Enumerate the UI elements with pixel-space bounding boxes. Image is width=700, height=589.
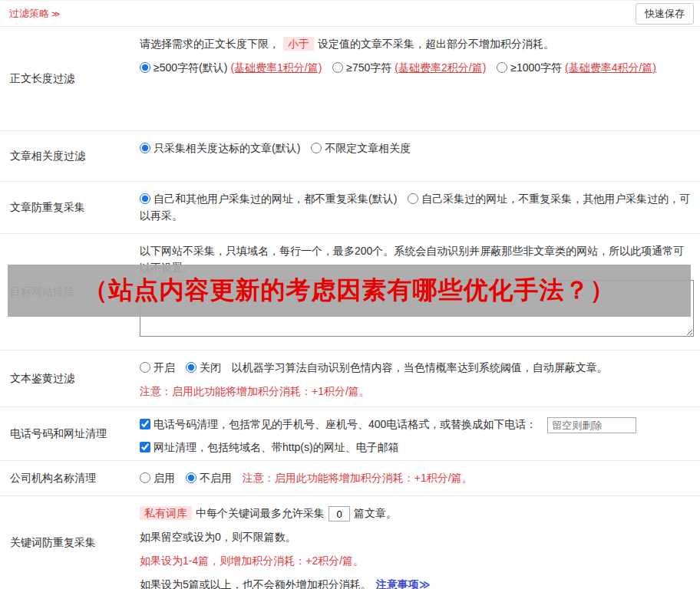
company-cleanup-cost-note: 注意：启用此功能将增加积分消耗：+1积分/篇。 <box>243 472 473 484</box>
radio-option-porn-off[interactable]: 关闭 <box>186 361 221 373</box>
topbar: 过滤策略≫ 快速保存 <box>0 1 700 27</box>
row-body-length-filter: 正文长度过滤 请选择需求的正文长度下限，小于设定值的文章不采集，超出部分不增加积… <box>0 27 700 131</box>
checkbox-option-phone-cleanup[interactable]: 电话号码清理，包括常见的手机号、座机号、400电话格式，或替换成如下电话： <box>140 418 537 430</box>
row-content-dedup: 自己和其他用户采集过的网址，都不重复采集(默认) 自己采集过的网址，不重复采集，… <box>137 182 700 233</box>
watermark-banner: （站点内容更新的考虑因素有哪些优化手法？） <box>8 265 691 317</box>
radio-option-750-chars[interactable]: ≥750字符(基础费率2积分/篇) <box>332 61 489 74</box>
row-dedup-collection: 文章防重复采集 自己和其他用户采集过的网址，都不重复采集(默认) 自己采集过的网… <box>0 182 700 234</box>
checkbox-input-url-cleanup[interactable] <box>140 442 150 452</box>
row-keyword-dedup: 关键词防重复采集 私有词库中每个关键词最多允许采集篇文章。 如果留空或设为0，则… <box>0 496 700 589</box>
row-content-relevance: 只采集相关度达标的文章(默认) 不限定文章相关度 <box>137 131 700 181</box>
radio-input-500[interactable] <box>140 62 150 73</box>
radio-label-1000: ≥1000字符 <box>510 61 562 74</box>
intro-before: 请选择需求的正文长度下限， <box>140 38 279 50</box>
page-title[interactable]: 过滤策略≫ <box>9 7 61 21</box>
row-label-company-cleanup: 公司机构名称清理 <box>0 461 137 495</box>
row-label-phone-url: 电话号码和网址清理 <box>0 407 137 460</box>
keyword-note-1-4: 如果设为1-4篇，则增加积分消耗：+2积分/篇。 <box>140 552 692 569</box>
radio-input-porn-off[interactable] <box>186 362 196 373</box>
keyword-note-5plus-line: 如果设为5篇或以上，也不会额外增加积分消耗。注意事项≫ <box>140 576 692 589</box>
keyword-note-5plus: 如果设为5篇或以上，也不会额外增加积分消耗。 <box>140 578 371 589</box>
radio-option-dedup-all-users[interactable]: 自己和其他用户采集过的网址，都不重复采集(默认) <box>140 192 400 205</box>
keyword-limit-input[interactable] <box>329 506 350 522</box>
row-label-body-length: 正文长度过滤 <box>0 27 137 130</box>
page-title-text: 过滤策略 <box>9 8 49 19</box>
url-cleanup-line: 网址清理，包括纯域名、带http(s)的网址、电子邮箱 <box>140 439 692 456</box>
row-label-keyword-dedup: 关键词防重复采集 <box>0 496 137 589</box>
row-phone-url-cleanup: 电话号码和网址清理 电话号码清理，包括常见的手机号、座机号、400电话格式，或替… <box>0 407 700 461</box>
fee-note-500: (基础费率1积分/篇) <box>230 61 322 74</box>
radio-input-relevance-strict[interactable] <box>140 143 150 153</box>
keyword-limit-after: 篇文章。 <box>354 507 397 519</box>
row-content-phone-url: 电话号码清理，包括常见的手机号、座机号、400电话格式，或替换成如下电话： 网址… <box>137 407 700 460</box>
radio-label-relevance-strict: 只采集相关度达标的文章(默认) <box>154 142 300 154</box>
radio-option-relevance-strict[interactable]: 只采集相关度达标的文章(默认) <box>140 142 303 154</box>
radio-label-500: ≥500字符(默认) <box>154 61 227 74</box>
replacement-phone-input[interactable] <box>547 417 636 433</box>
keyword-limit-line: 私有词库中每个关键词最多允许采集篇文章。 <box>140 505 692 522</box>
private-lexicon-highlight: 私有词库 <box>140 506 192 520</box>
radio-input-dedup-self-only[interactable] <box>408 193 418 204</box>
row-label-dedup: 文章防重复采集 <box>0 182 137 233</box>
keyword-note-zero: 如果留空或设为0，则不限篇数。 <box>140 528 692 545</box>
notice-link[interactable]: 注意事项≫ <box>376 578 431 589</box>
fee-note-750: (基础费率2积分/篇) <box>395 61 486 74</box>
row-label-porn-filter: 文本鉴黄过滤 <box>0 350 137 406</box>
radio-input-1000[interactable] <box>497 62 507 73</box>
row-label-relevance: 文章相关度过滤 <box>0 131 137 181</box>
radio-label-porn-off: 关闭 <box>200 361 221 373</box>
radio-label-company-off: 不启用 <box>200 472 232 484</box>
row-company-cleanup: 公司机构名称清理 启用 不启用 注意：启用此功能将增加积分消耗：+1积分/篇。 <box>0 461 700 496</box>
radio-label-dedup-all-users: 自己和其他用户采集过的网址，都不重复采集(默认) <box>154 192 397 205</box>
radio-input-porn-on[interactable] <box>140 362 150 373</box>
lessthan-highlight: 小于 <box>283 37 314 51</box>
checkbox-label-url-cleanup: 网址清理，包括纯域名、带http(s)的网址、电子邮箱 <box>154 441 399 453</box>
radio-label-relevance-any: 不限定文章相关度 <box>325 142 411 154</box>
row-relevance-filter: 文章相关度过滤 只采集相关度达标的文章(默认) 不限定文章相关度 <box>0 131 700 182</box>
radio-option-company-on[interactable]: 启用 <box>140 472 175 484</box>
radio-option-company-off[interactable]: 不启用 <box>186 472 232 484</box>
radio-label-company-on: 启用 <box>154 472 175 484</box>
porn-filter-desc: 以机器学习算法自动识别色情内容，当色情概率达到系统阈值，自动屏蔽文章。 <box>232 361 608 373</box>
checkbox-option-url-cleanup[interactable]: 网址清理，包括纯域名、带http(s)的网址、电子邮箱 <box>140 441 399 453</box>
radio-option-1000-chars[interactable]: ≥1000字符(基础费率4积分/篇) <box>497 61 656 74</box>
radio-input-company-off[interactable] <box>186 472 196 483</box>
porn-filter-cost-note: 注意：启用此功能将增加积分消耗：+1积分/篇。 <box>140 383 692 400</box>
radio-input-dedup-all-users[interactable] <box>140 193 150 204</box>
checkbox-input-phone-cleanup[interactable] <box>140 419 150 429</box>
fee-note-1000: (基础费率4积分/篇) <box>565 61 656 74</box>
radio-option-porn-on[interactable]: 开启 <box>140 361 175 373</box>
keyword-limit-mid: 中每个关键词最多允许采集 <box>196 507 325 519</box>
radio-option-500-chars[interactable]: ≥500字符(默认)(基础费率1积分/篇) <box>140 61 325 74</box>
porn-filter-options: 开启 关闭 以机器学习算法自动识别色情内容，当色情概率达到系统阈值，自动屏蔽文章… <box>140 359 692 376</box>
checkbox-label-phone-cleanup: 电话号码清理，包括常见的手机号、座机号、400电话格式，或替换成如下电话： <box>154 418 537 430</box>
collapse-icon: ≫ <box>51 9 61 18</box>
radio-option-relevance-any[interactable]: 不限定文章相关度 <box>311 142 411 154</box>
row-porn-filter: 文本鉴黄过滤 开启 关闭 以机器学习算法自动识别色情内容，当色情概率达到系统阈值… <box>0 350 700 407</box>
company-cleanup-options: 启用 不启用 注意：启用此功能将增加积分消耗：+1积分/篇。 <box>140 469 692 486</box>
body-length-intro: 请选择需求的正文长度下限，小于设定值的文章不采集，超出部分不增加积分消耗。 <box>140 35 692 52</box>
watermark-text: （站点内容更新的考虑因素有哪些优化手法？） <box>84 274 616 308</box>
radio-input-750[interactable] <box>332 62 343 73</box>
quick-save-button[interactable]: 快速保存 <box>636 3 694 25</box>
radio-label-porn-on: 开启 <box>154 361 175 373</box>
radio-input-company-on[interactable] <box>140 472 150 483</box>
row-content-keyword-dedup: 私有词库中每个关键词最多允许采集篇文章。 如果留空或设为0，则不限篇数。 如果设… <box>137 496 700 589</box>
phone-cleanup-line: 电话号码清理，包括常见的手机号、座机号、400电话格式，或替换成如下电话： <box>140 416 692 433</box>
row-content-company-cleanup: 启用 不启用 注意：启用此功能将增加积分消耗：+1积分/篇。 <box>137 461 700 495</box>
filter-strategy-page: 过滤策略≫ 快速保存 正文长度过滤 请选择需求的正文长度下限，小于设定值的文章不… <box>0 0 700 589</box>
row-content-porn-filter: 开启 关闭 以机器学习算法自动识别色情内容，当色情概率达到系统阈值，自动屏蔽文章… <box>137 350 700 406</box>
intro-after: 设定值的文章不采集，超出部分不增加积分消耗。 <box>318 38 554 50</box>
radio-label-750: ≥750字符 <box>346 61 391 74</box>
radio-input-relevance-any[interactable] <box>311 143 322 153</box>
row-content-body-length: 请选择需求的正文长度下限，小于设定值的文章不采集，超出部分不增加积分消耗。 ≥5… <box>137 27 700 130</box>
